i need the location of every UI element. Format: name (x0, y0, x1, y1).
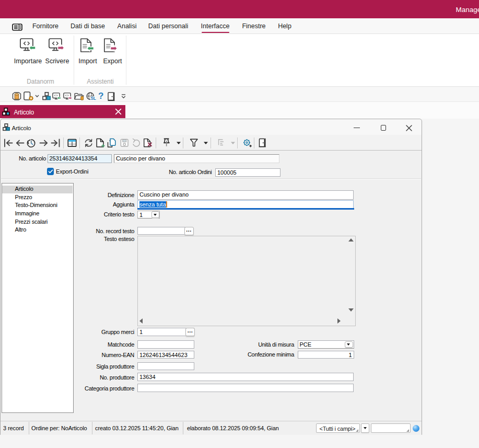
svg-text:SL: SL (90, 96, 96, 100)
